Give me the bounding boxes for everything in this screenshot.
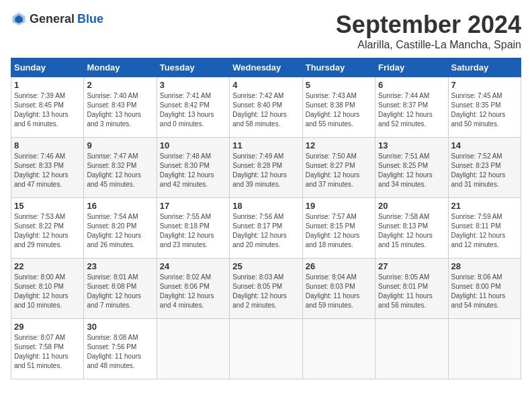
logo: GeneralBlue	[11, 11, 103, 27]
day-number: 27	[378, 261, 445, 271]
day-detail: Sunrise: 7:41 AMSunset: 8:42 PMDaylight:…	[160, 92, 214, 128]
day-number: 2	[87, 80, 153, 90]
calendar-cell: 29Sunrise: 8:07 AMSunset: 7:58 PMDayligh…	[11, 319, 84, 379]
calendar-cell: 8Sunrise: 7:46 AMSunset: 8:33 PMDaylight…	[11, 138, 84, 198]
calendar-week-row: 29Sunrise: 8:07 AMSunset: 7:58 PMDayligh…	[11, 319, 521, 379]
calendar-cell: 12Sunrise: 7:50 AMSunset: 8:27 PMDayligh…	[302, 138, 375, 198]
header-sunday: Sunday	[11, 58, 84, 77]
day-detail: Sunrise: 7:43 AMSunset: 8:38 PMDaylight:…	[306, 92, 360, 128]
day-detail: Sunrise: 7:58 AMSunset: 8:13 PMDaylight:…	[378, 213, 433, 248]
day-number: 3	[160, 80, 226, 90]
day-detail: Sunrise: 7:45 AMSunset: 8:35 PMDaylight:…	[451, 92, 506, 128]
day-number: 25	[232, 261, 299, 271]
day-number: 29	[14, 322, 81, 332]
location-title: Alarilla, Castille-La Mancha, Spain	[336, 39, 521, 51]
calendar-cell: 9Sunrise: 7:47 AMSunset: 8:32 PMDaylight…	[84, 138, 157, 198]
calendar-cell: 11Sunrise: 7:49 AMSunset: 8:28 PMDayligh…	[230, 138, 302, 198]
day-number: 12	[306, 140, 372, 150]
day-detail: Sunrise: 7:48 AMSunset: 8:30 PMDaylight:…	[160, 152, 214, 188]
calendar-cell: 3Sunrise: 7:41 AMSunset: 8:42 PMDaylight…	[157, 77, 229, 138]
logo-icon	[11, 11, 27, 27]
calendar-cell: 5Sunrise: 7:43 AMSunset: 8:38 PMDaylight…	[302, 77, 375, 138]
day-detail: Sunrise: 7:39 AMSunset: 8:45 PMDaylight:…	[14, 92, 69, 128]
day-number: 13	[378, 140, 445, 150]
calendar-cell: 22Sunrise: 8:00 AMSunset: 8:10 PMDayligh…	[11, 259, 84, 319]
calendar-cell: 6Sunrise: 7:44 AMSunset: 8:37 PMDaylight…	[375, 77, 448, 138]
day-number: 23	[87, 261, 153, 271]
calendar-cell: 25Sunrise: 8:03 AMSunset: 8:05 PMDayligh…	[230, 259, 302, 319]
day-number: 7	[451, 80, 518, 90]
day-number: 24	[160, 261, 226, 271]
day-number: 10	[160, 140, 226, 150]
day-number: 5	[306, 80, 372, 90]
day-detail: Sunrise: 7:57 AMSunset: 8:15 PMDaylight:…	[306, 213, 360, 248]
header-friday: Friday	[375, 58, 448, 77]
day-detail: Sunrise: 7:55 AMSunset: 8:18 PMDaylight:…	[160, 213, 214, 248]
day-detail: Sunrise: 7:59 AMSunset: 8:11 PMDaylight:…	[451, 213, 506, 248]
day-detail: Sunrise: 8:06 AMSunset: 8:00 PMDaylight:…	[451, 273, 506, 309]
day-detail: Sunrise: 7:56 AMSunset: 8:17 PMDaylight:…	[232, 213, 287, 248]
calendar-cell	[157, 319, 229, 379]
day-number: 1	[14, 80, 81, 90]
day-number: 9	[87, 140, 153, 150]
calendar-cell: 14Sunrise: 7:52 AMSunset: 8:23 PMDayligh…	[448, 138, 521, 198]
day-detail: Sunrise: 8:01 AMSunset: 8:08 PMDaylight:…	[87, 273, 141, 309]
day-detail: Sunrise: 7:46 AMSunset: 8:33 PMDaylight:…	[14, 152, 69, 188]
day-number: 22	[14, 261, 81, 271]
header-thursday: Thursday	[302, 58, 375, 77]
calendar-cell	[302, 319, 375, 379]
calendar-cell	[448, 319, 521, 379]
header-monday: Monday	[84, 58, 157, 77]
header-row: Sunday Monday Tuesday Wednesday Thursday…	[11, 58, 521, 77]
day-number: 6	[378, 80, 445, 90]
day-number: 28	[451, 261, 518, 271]
day-number: 26	[306, 261, 372, 271]
day-detail: Sunrise: 7:51 AMSunset: 8:25 PMDaylight:…	[378, 152, 433, 188]
day-number: 11	[232, 140, 299, 150]
calendar-table: Sunday Monday Tuesday Wednesday Thursday…	[11, 58, 521, 379]
day-detail: Sunrise: 7:50 AMSunset: 8:27 PMDaylight:…	[306, 152, 360, 188]
calendar-cell: 20Sunrise: 7:58 AMSunset: 8:13 PMDayligh…	[375, 198, 448, 259]
day-detail: Sunrise: 8:02 AMSunset: 8:06 PMDaylight:…	[160, 273, 214, 309]
calendar-cell: 16Sunrise: 7:54 AMSunset: 8:20 PMDayligh…	[84, 198, 157, 259]
day-detail: Sunrise: 7:49 AMSunset: 8:28 PMDaylight:…	[232, 152, 287, 188]
calendar-week-row: 15Sunrise: 7:53 AMSunset: 8:22 PMDayligh…	[11, 198, 521, 259]
month-title: September 2024	[336, 11, 521, 39]
day-detail: Sunrise: 8:04 AMSunset: 8:03 PMDaylight:…	[306, 273, 360, 309]
calendar-cell: 15Sunrise: 7:53 AMSunset: 8:22 PMDayligh…	[11, 198, 84, 259]
calendar-week-row: 1Sunrise: 7:39 AMSunset: 8:45 PMDaylight…	[11, 77, 521, 138]
day-number: 17	[160, 201, 226, 211]
day-number: 15	[14, 201, 81, 211]
title-block: September 2024 Alarilla, Castille-La Man…	[336, 11, 521, 51]
day-detail: Sunrise: 7:53 AMSunset: 8:22 PMDaylight:…	[14, 213, 69, 248]
calendar-cell: 2Sunrise: 7:40 AMSunset: 8:43 PMDaylight…	[84, 77, 157, 138]
calendar-cell: 27Sunrise: 8:05 AMSunset: 8:01 PMDayligh…	[375, 259, 448, 319]
calendar-cell: 23Sunrise: 8:01 AMSunset: 8:08 PMDayligh…	[84, 259, 157, 319]
day-detail: Sunrise: 7:47 AMSunset: 8:32 PMDaylight:…	[87, 152, 141, 188]
header-saturday: Saturday	[448, 58, 521, 77]
calendar-cell: 19Sunrise: 7:57 AMSunset: 8:15 PMDayligh…	[302, 198, 375, 259]
day-number: 4	[232, 80, 299, 90]
calendar-cell: 10Sunrise: 7:48 AMSunset: 8:30 PMDayligh…	[157, 138, 229, 198]
day-detail: Sunrise: 8:00 AMSunset: 8:10 PMDaylight:…	[14, 273, 69, 309]
calendar-cell	[375, 319, 448, 379]
calendar-cell: 30Sunrise: 8:08 AMSunset: 7:56 PMDayligh…	[84, 319, 157, 379]
logo-blue: Blue	[77, 12, 103, 26]
calendar-cell: 26Sunrise: 8:04 AMSunset: 8:03 PMDayligh…	[302, 259, 375, 319]
day-number: 20	[378, 201, 445, 211]
calendar-week-row: 8Sunrise: 7:46 AMSunset: 8:33 PMDaylight…	[11, 138, 521, 198]
day-number: 30	[87, 322, 153, 332]
day-detail: Sunrise: 7:42 AMSunset: 8:40 PMDaylight:…	[232, 92, 287, 128]
day-detail: Sunrise: 7:44 AMSunset: 8:37 PMDaylight:…	[378, 92, 433, 128]
day-number: 8	[14, 140, 81, 150]
calendar-cell: 4Sunrise: 7:42 AMSunset: 8:40 PMDaylight…	[230, 77, 302, 138]
header-wednesday: Wednesday	[230, 58, 302, 77]
calendar-cell: 13Sunrise: 7:51 AMSunset: 8:25 PMDayligh…	[375, 138, 448, 198]
day-detail: Sunrise: 7:40 AMSunset: 8:43 PMDaylight:…	[87, 92, 141, 128]
calendar-cell: 18Sunrise: 7:56 AMSunset: 8:17 PMDayligh…	[230, 198, 302, 259]
calendar-cell: 28Sunrise: 8:06 AMSunset: 8:00 PMDayligh…	[448, 259, 521, 319]
day-number: 18	[232, 201, 299, 211]
day-detail: Sunrise: 8:03 AMSunset: 8:05 PMDaylight:…	[232, 273, 287, 309]
day-number: 19	[306, 201, 372, 211]
day-detail: Sunrise: 7:54 AMSunset: 8:20 PMDaylight:…	[87, 213, 141, 248]
